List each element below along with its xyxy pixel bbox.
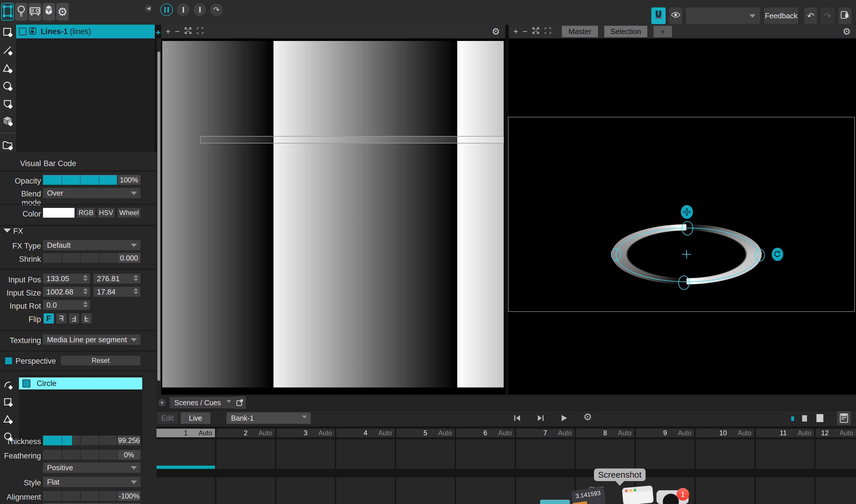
blend-mode-dropdown[interactable]: Over [43, 188, 140, 198]
dock-icon-teal[interactable] [540, 500, 570, 504]
control-point-right[interactable] [754, 249, 765, 262]
cue-settings-button[interactable]: ⚙ [581, 411, 595, 423]
zoom-out-icon[interactable]: − [175, 27, 179, 36]
cue-prev-button[interactable] [177, 3, 189, 16]
cue-column-header[interactable]: 9Auto [636, 429, 694, 437]
shrink-slider[interactable] [43, 253, 117, 263]
spinner-arrows-icon[interactable] [134, 275, 138, 281]
3d-scene-mode-button[interactable] [42, 3, 55, 21]
play-button[interactable] [558, 412, 570, 424]
surface-list[interactable] [16, 38, 155, 152]
bank-dropdown[interactable]: Bank-1 [226, 412, 311, 424]
cue-column-header[interactable]: 5Auto [396, 429, 455, 437]
cue-column-header[interactable]: 12Auto [816, 429, 856, 437]
add-arc-shape-button[interactable] [3, 380, 14, 391]
cue-column-header[interactable]: 10Auto [696, 429, 754, 437]
cue-column-header[interactable]: 2Auto [217, 429, 275, 437]
input-rot-field[interactable]: 0.0 [43, 300, 90, 310]
move-handle[interactable] [681, 205, 693, 219]
control-point-bottom[interactable] [678, 275, 690, 290]
shape-visibility-checkbox[interactable] [22, 379, 30, 388]
shape-item-circle[interactable]: Circle [19, 377, 142, 390]
opacity-value[interactable]: 100% [118, 175, 140, 185]
texturing-dropdown[interactable]: Media Line per segment [43, 335, 140, 345]
cell-size-large-button[interactable] [817, 414, 823, 422]
pause-button[interactable] [160, 3, 173, 16]
wheel-button[interactable]: Wheel [118, 208, 140, 218]
next-cue-button[interactable] [534, 412, 547, 424]
panel-mode-dropdown[interactable]: Scenes / Cues [170, 397, 235, 408]
fit-view-icon[interactable] [184, 27, 192, 36]
cue-cell[interactable] [156, 478, 215, 504]
spinner-arrows-icon[interactable] [83, 301, 88, 308]
control-point-left[interactable] [611, 248, 621, 260]
alignment-value[interactable]: -100% [118, 491, 140, 501]
cue-cell[interactable] [456, 439, 515, 469]
add-triangle-shape-button[interactable] [3, 414, 14, 426]
add-quad-surface-button[interactable] [2, 27, 14, 38]
fit-selection-icon[interactable] [196, 27, 204, 36]
rgb-button[interactable]: RGB [77, 208, 95, 218]
cue-cell[interactable] [276, 478, 335, 504]
thickness-slider[interactable] [43, 435, 117, 445]
alignment-slider[interactable] [43, 491, 117, 501]
cue-column-header[interactable]: 6Auto [456, 429, 515, 437]
polarity-dropdown[interactable]: Positive [43, 463, 140, 473]
tab-add[interactable]: + [654, 26, 672, 37]
fit-selection-icon[interactable] [544, 27, 551, 36]
cue-cell[interactable] [636, 439, 694, 469]
perspective-checkbox[interactable] [4, 357, 13, 365]
dock-icon-screenshot[interactable] [622, 485, 654, 504]
cue-cell[interactable] [456, 478, 515, 504]
gear-icon[interactable]: ⚙ [492, 26, 500, 37]
visibility-checkbox[interactable] [19, 28, 27, 35]
feathering-value[interactable]: 0% [118, 450, 140, 460]
input-size-h-field[interactable]: 17.84 [93, 287, 140, 297]
style-dropdown[interactable]: Flat [43, 477, 140, 487]
tab-selection[interactable]: Selection [604, 26, 647, 37]
undo-button[interactable]: ↶ [804, 7, 817, 24]
cue-next-button[interactable] [193, 3, 206, 16]
collapse-panel-button[interactable]: ▼ [158, 399, 166, 406]
cue-cell[interactable] [516, 439, 575, 469]
flip-horizontal-button[interactable]: F [56, 313, 67, 324]
add-mask-surface-button[interactable] [2, 98, 14, 110]
opacity-slider[interactable] [43, 175, 117, 185]
input-size-w-field[interactable]: 1002.68 [43, 287, 90, 297]
lock-panel-button[interactable] [838, 7, 852, 24]
shrink-value[interactable]: 0.000 [118, 253, 140, 263]
list-view-button[interactable] [837, 411, 851, 425]
spinner-arrows-icon[interactable] [83, 275, 88, 281]
cue-cell[interactable] [396, 478, 455, 504]
unlock-icon[interactable] [29, 27, 36, 36]
add-circle-surface-button[interactable] [2, 81, 14, 92]
flip-none-button[interactable]: F [44, 313, 54, 324]
cue-cell[interactable] [816, 439, 856, 469]
scrollbar-thumb[interactable] [157, 52, 160, 381]
redo-button[interactable]: ↷ [820, 7, 835, 24]
tab-master[interactable]: Master [562, 26, 598, 37]
zoom-in-icon[interactable]: + [166, 27, 170, 36]
thickness-value[interactable]: 99.256 [118, 435, 140, 445]
settings-mode-button[interactable]: ⚙ [56, 3, 69, 21]
cue-cell[interactable] [696, 478, 754, 504]
add-rect-shape-button[interactable] [3, 397, 14, 408]
cue-cell[interactable] [336, 478, 395, 504]
hsv-button[interactable]: HSV [98, 208, 115, 218]
cue-cell[interactable] [336, 439, 395, 469]
go-first-cue-button[interactable] [511, 412, 524, 424]
cue-column-header[interactable]: 11Auto [756, 429, 814, 437]
zoom-out-icon[interactable]: − [523, 27, 527, 36]
cell-size-medium-button[interactable] [802, 415, 807, 421]
cue-cell[interactable] [217, 439, 275, 469]
selection-ellipse[interactable] [616, 228, 758, 282]
color-swatch[interactable] [43, 208, 74, 218]
input-canvas[interactable] [161, 38, 505, 395]
input-pos-y-field[interactable]: 276.81 [93, 274, 140, 284]
cue-cell[interactable] [276, 439, 335, 469]
preview-visibility-button[interactable] [669, 7, 682, 24]
retrigger-button[interactable]: ↷ [210, 3, 223, 16]
spinner-arrows-icon[interactable] [134, 288, 138, 294]
cue-cell[interactable] [576, 439, 634, 469]
cue-cell[interactable] [396, 439, 455, 469]
